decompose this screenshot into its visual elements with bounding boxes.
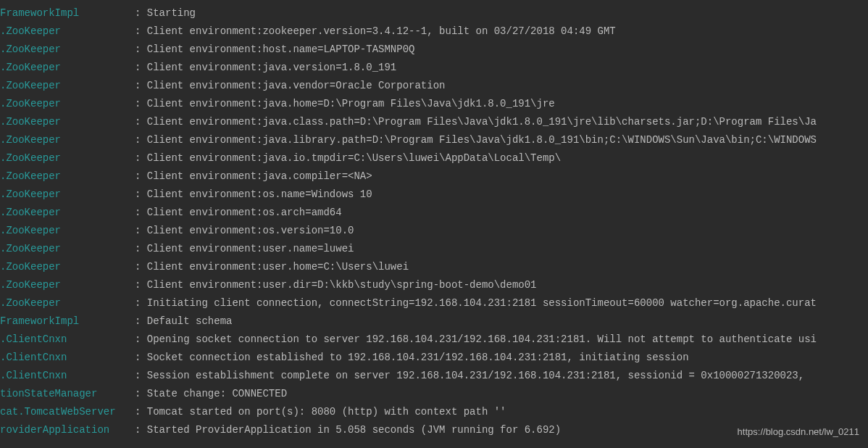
- log-message: Socket connection established to 192.168…: [147, 352, 689, 363]
- log-message: Starting: [147, 7, 196, 19]
- log-source: roviderApplication: [0, 421, 135, 439]
- log-message: Client environment:os.name=Windows 10: [147, 188, 372, 200]
- log-source: .ZooKeeper: [0, 294, 135, 312]
- log-separator: :: [135, 152, 147, 164]
- log-separator: :: [135, 352, 147, 363]
- log-line: .ZooKeeper: Client environment:os.arch=a…: [0, 204, 868, 222]
- log-source: .ZooKeeper: [0, 113, 135, 131]
- log-message: State change: CONNECTED: [147, 388, 287, 399]
- log-source: .ZooKeeper: [0, 149, 135, 167]
- log-source: .ZooKeeper: [0, 204, 135, 222]
- log-line: .ZooKeeper: Client environment:user.name…: [0, 240, 868, 258]
- log-message: Client environment:java.compiler=<NA>: [147, 170, 372, 182]
- log-message: Client environment:zookeeper.version=3.4…: [147, 25, 616, 37]
- log-separator: :: [135, 406, 147, 418]
- log-line: .ZooKeeper: Client environment:os.name=W…: [0, 186, 868, 204]
- log-source: .ZooKeeper: [0, 95, 135, 113]
- log-line: .ZooKeeper: Client environment:java.clas…: [0, 113, 868, 131]
- log-line: .ZooKeeper: Initiating client connection…: [0, 294, 868, 312]
- log-separator: :: [135, 7, 147, 19]
- log-source: .ZooKeeper: [0, 22, 135, 41]
- log-source: FrameworkImpl: [0, 4, 135, 22]
- log-line: .ClientCnxn: Socket connection establish…: [0, 349, 868, 367]
- log-message: Initiating client connection, connectStr…: [147, 297, 817, 309]
- log-line: .ZooKeeper: Client environment:os.versio…: [0, 222, 868, 240]
- log-line: FrameworkImpl: Default schema: [0, 312, 868, 331]
- log-separator: :: [135, 188, 147, 200]
- log-source: .ZooKeeper: [0, 77, 135, 95]
- log-message: Default schema: [147, 315, 233, 327]
- log-line: .ZooKeeper: Client environment:java.vers…: [0, 59, 868, 77]
- log-line: .ZooKeeper: Client environment:java.comp…: [0, 167, 868, 186]
- watermark-text: https://blog.csdn.net/lw_0211: [738, 423, 859, 441]
- log-line: cat.TomcatWebServer: Tomcat started on p…: [0, 403, 868, 421]
- log-message: Client environment:user.name=luwei: [147, 243, 354, 254]
- log-separator: :: [135, 98, 147, 109]
- log-message: Client environment:os.version=10.0: [147, 225, 354, 236]
- log-message: Tomcat started on port(s): 8080 (http) w…: [147, 406, 506, 418]
- log-separator: :: [135, 333, 147, 345]
- log-message: Client environment:java.version=1.8.0_19…: [147, 62, 396, 73]
- log-separator: :: [135, 80, 147, 91]
- log-separator: :: [135, 225, 147, 236]
- log-source: .ZooKeeper: [0, 240, 135, 258]
- log-line: .ZooKeeper: Client environment:java.vend…: [0, 77, 868, 95]
- log-source: cat.TomcatWebServer: [0, 403, 135, 421]
- log-source: .ZooKeeper: [0, 41, 135, 59]
- log-source: .ZooKeeper: [0, 59, 135, 77]
- log-separator: :: [135, 43, 147, 55]
- log-separator: :: [135, 243, 147, 254]
- log-message: Client environment:java.library.path=D:\…: [147, 134, 817, 146]
- log-source: FrameworkImpl: [0, 312, 135, 331]
- log-separator: :: [135, 370, 147, 381]
- log-line: .ZooKeeper: Client environment:user.dir=…: [0, 276, 868, 294]
- log-source: .ClientCnxn: [0, 349, 135, 367]
- log-separator: :: [135, 134, 147, 146]
- log-line: .ZooKeeper: Client environment:zookeeper…: [0, 22, 868, 41]
- log-message: Client environment:host.name=LAPTOP-TASM…: [147, 43, 415, 55]
- log-message: Opening socket connection to server 192.…: [147, 333, 817, 345]
- log-line: .ClientCnxn: Opening socket connection t…: [0, 331, 868, 349]
- log-line: .ZooKeeper: Client environment:java.io.t…: [0, 149, 868, 167]
- log-separator: :: [135, 279, 147, 291]
- log-line: .ZooKeeper: Client environment:host.name…: [0, 41, 868, 59]
- log-source: .ZooKeeper: [0, 186, 135, 204]
- log-line: .ClientCnxn: Session establishment compl…: [0, 367, 868, 385]
- log-line: FrameworkImpl: Starting: [0, 4, 868, 22]
- log-separator: :: [135, 207, 147, 218]
- log-line: .ZooKeeper: Client environment:user.home…: [0, 258, 868, 276]
- log-separator: :: [135, 170, 147, 182]
- log-message: Client environment:java.class.path=D:\Pr…: [147, 116, 817, 128]
- log-message: Client environment:java.vendor=Oracle Co…: [147, 80, 446, 91]
- log-message: Client environment:user.dir=D:\kkb\study…: [147, 279, 537, 291]
- log-separator: :: [135, 261, 147, 273]
- log-message: Client environment:java.home=D:\Program …: [147, 98, 555, 109]
- log-separator: :: [135, 315, 147, 327]
- log-line: tionStateManager: State change: CONNECTE…: [0, 385, 868, 403]
- log-source: .ZooKeeper: [0, 276, 135, 294]
- log-source: .ZooKeeper: [0, 131, 135, 149]
- log-message: Client environment:os.arch=amd64: [147, 207, 342, 218]
- log-source: tionStateManager: [0, 385, 135, 403]
- log-source: .ClientCnxn: [0, 331, 135, 349]
- log-source: .ClientCnxn: [0, 367, 135, 385]
- log-separator: :: [135, 388, 147, 399]
- log-line: .ZooKeeper: Client environment:java.libr…: [0, 131, 868, 149]
- log-message: Session establishment complete on server…: [147, 370, 804, 381]
- log-separator: :: [135, 116, 147, 128]
- log-message: Client environment:java.io.tmpdir=C:\Use…: [147, 152, 561, 164]
- log-separator: :: [135, 25, 147, 37]
- log-separator: :: [135, 424, 147, 436]
- log-message: Started ProviderApplication in 5.058 sec…: [147, 424, 561, 436]
- log-output: FrameworkImpl: Starting.ZooKeeper: Clien…: [0, 4, 868, 439]
- log-message: Client environment:user.home=C:\Users\lu…: [147, 261, 409, 273]
- log-line: .ZooKeeper: Client environment:java.home…: [0, 95, 868, 113]
- log-source: .ZooKeeper: [0, 167, 135, 186]
- log-separator: :: [135, 62, 147, 73]
- log-source: .ZooKeeper: [0, 258, 135, 276]
- log-source: .ZooKeeper: [0, 222, 135, 240]
- log-separator: :: [135, 297, 147, 309]
